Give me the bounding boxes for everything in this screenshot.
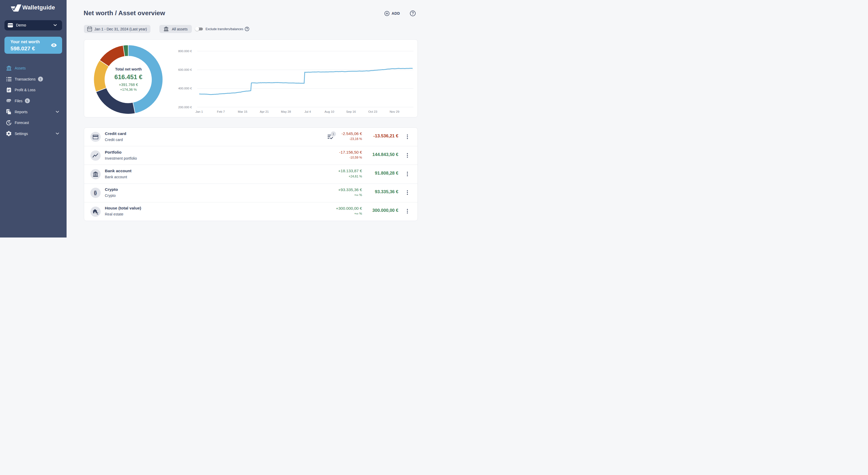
svg-text:Jan 1: Jan 1: [195, 110, 203, 113]
svg-text:Aug 10: Aug 10: [324, 110, 334, 113]
svg-text:Jul 4: Jul 4: [305, 110, 311, 113]
svg-text:200.000 €: 200.000 €: [178, 106, 192, 109]
svg-text:Nov 29: Nov 29: [390, 110, 399, 113]
svg-text:Feb 7: Feb 7: [217, 110, 225, 113]
svg-text:B: B: [94, 190, 97, 195]
svg-text:May 28: May 28: [281, 110, 291, 113]
svg-text:Sep 16: Sep 16: [346, 110, 356, 113]
svg-text:Oct 23: Oct 23: [368, 110, 377, 113]
svg-text:Σ: Σ: [97, 212, 98, 214]
svg-text:Apr 21: Apr 21: [260, 110, 269, 113]
svg-text:800.000 €: 800.000 €: [178, 49, 192, 53]
svg-text:400.000 €: 400.000 €: [178, 87, 192, 90]
svg-text:Mar 15: Mar 15: [238, 110, 247, 113]
svg-text:600.000 €: 600.000 €: [178, 68, 192, 71]
